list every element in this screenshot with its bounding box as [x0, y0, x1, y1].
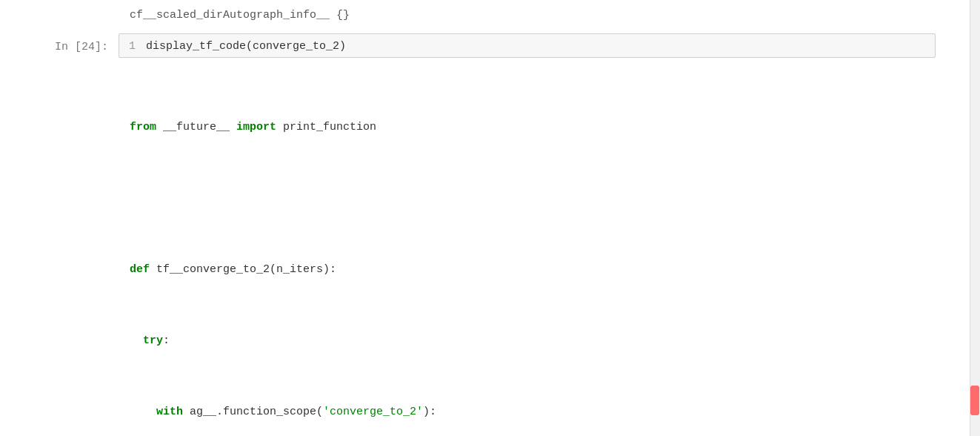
scrollbar[interactable]	[970, 0, 980, 436]
kw-def: def	[130, 263, 150, 276]
plain-try-indent	[130, 334, 143, 347]
output-line-def: def tf__converge_to_2(n_iters):	[130, 261, 936, 279]
plain-try-colon: :	[163, 334, 170, 347]
plain-with-indent	[130, 406, 156, 418]
kw-from: from	[130, 121, 156, 133]
notebook-container: cf__scaled_dirAutograph_info__ {} In [24…	[0, 0, 980, 436]
kw-import: import	[236, 121, 276, 133]
code-line-1: 1 display_tf_code(converge_to_2)	[119, 39, 927, 53]
output-line-from: from __future__ import print_function	[130, 119, 936, 136]
kw-with: with	[156, 406, 183, 418]
plain-with-colon: ):	[423, 406, 436, 418]
output-code-block: from __future__ import print_function de…	[130, 65, 936, 436]
top-fade-area: cf__scaled_dirAutograph_info__ {}	[0, 0, 980, 27]
plain-fn: tf__converge_to_2(n_iters):	[150, 263, 336, 276]
output-line-try: try:	[130, 332, 936, 350]
str-converge: 'converge_to_2'	[323, 406, 423, 418]
plain-future: __future__	[156, 121, 236, 133]
cell-input-area[interactable]: 1 display_tf_code(converge_to_2)	[119, 33, 936, 58]
output-line-with: with ag__.function_scope('converge_to_2'…	[130, 403, 936, 421]
cell-label: In [24]:	[0, 33, 119, 53]
top-code-text: cf__scaled_dirAutograph_info__ {}	[0, 6, 980, 24]
scrollbar-thumb[interactable]	[970, 386, 979, 415]
output-line-blank1	[130, 190, 936, 208]
plain-scope: ag__.function_scope(	[183, 406, 323, 418]
kw-try: try	[143, 334, 163, 347]
line-number-1: 1	[119, 39, 146, 53]
cell-row-24: In [24]: 1 display_tf_code(converge_to_2…	[0, 33, 980, 58]
cell-code: display_tf_code(converge_to_2)	[146, 39, 346, 53]
plain-print: print_function	[276, 121, 376, 133]
output-area: from __future__ import print_function de…	[0, 65, 980, 436]
